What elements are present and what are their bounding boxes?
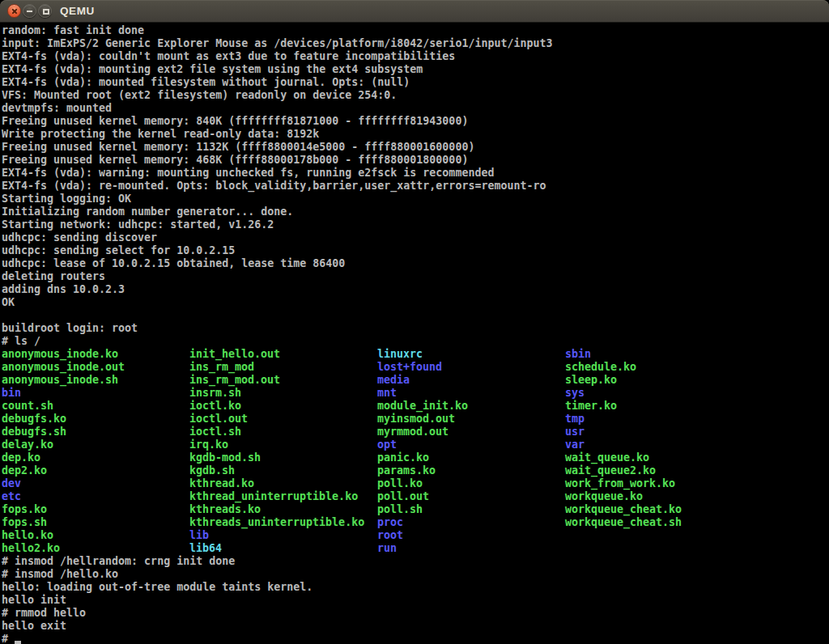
empty-cell bbox=[565, 529, 753, 542]
directory-entry: proc bbox=[377, 516, 565, 529]
console-line: udhcpc: sending discover bbox=[2, 231, 829, 244]
prompt-line: # bbox=[2, 633, 829, 644]
file-entry: ins_rm_mod.out bbox=[189, 374, 377, 387]
console-line: Freeing unused kernel memory: 840K (ffff… bbox=[2, 115, 829, 128]
ls-row: etckthread_uninterruptible.kopoll.outwor… bbox=[2, 490, 829, 503]
file-entry: schedule.ko bbox=[565, 361, 753, 374]
maximize-icon bbox=[43, 9, 49, 15]
symlink-entry: lib64 bbox=[189, 542, 377, 555]
file-entry: dep.ko bbox=[2, 451, 189, 464]
file-entry: workqueue_cheat.ko bbox=[565, 503, 753, 516]
ls-row: hello.kolibroot bbox=[2, 529, 829, 542]
directory-entry: tmp bbox=[565, 413, 753, 426]
file-entry: dep2.ko bbox=[2, 464, 189, 477]
file-entry: anonymous_inode.sh bbox=[2, 374, 189, 387]
console-line: Initializing random number generator... … bbox=[2, 205, 829, 218]
file-entry: kgdb.sh bbox=[189, 464, 377, 477]
console-line: Write protecting the kernel read-only da… bbox=[2, 128, 829, 141]
console-line: hello exit bbox=[2, 620, 829, 633]
cursor bbox=[15, 641, 21, 644]
file-entry: sleep.ko bbox=[565, 374, 753, 387]
directory-entry: opt bbox=[377, 439, 565, 451]
file-entry: fops.ko bbox=[2, 503, 189, 516]
file-entry: anonymous_inode.ko bbox=[2, 348, 189, 361]
console-line: EXT4-fs (vda): mounting ext2 file system… bbox=[2, 63, 829, 76]
console-line: Starting logging: OK bbox=[2, 193, 829, 205]
file-entry: ioctl.sh bbox=[189, 426, 377, 439]
ls-row: anonymous_inode.koinit_hello.outlinuxrcs… bbox=[2, 348, 829, 361]
console-line: EXT4-fs (vda): couldn't mount as ext3 du… bbox=[2, 50, 829, 63]
ls-row: fops.shkthreads_uninterruptible.koprocwo… bbox=[2, 516, 829, 529]
file-entry: kthread_uninterruptible.ko bbox=[189, 490, 377, 503]
file-entry: irq.ko bbox=[189, 439, 377, 451]
file-entry: panic.ko bbox=[377, 451, 565, 464]
console-line: udhcpc: lease of 10.0.2.15 obtained, lea… bbox=[2, 257, 829, 270]
file-entry: work_from_work.ko bbox=[565, 477, 753, 490]
minimize-button[interactable] bbox=[23, 4, 36, 18]
directory-entry: lost+found bbox=[377, 361, 565, 374]
console-line: EXT4-fs (vda): warning: mounting uncheck… bbox=[2, 167, 829, 180]
ls-row: devkthread.kopoll.kowork_from_work.ko bbox=[2, 477, 829, 490]
console-line: adding dns 10.0.2.3 bbox=[2, 283, 829, 296]
ls-row: dep2.kokgdb.shparams.kowait_queue2.ko bbox=[2, 464, 829, 477]
console-line: deleting routers bbox=[2, 270, 829, 283]
close-button[interactable] bbox=[7, 4, 21, 18]
file-entry: kgdb-mod.sh bbox=[189, 451, 377, 464]
ls-row: bininsrm.shmntsys bbox=[2, 387, 829, 400]
directory-entry: dev bbox=[2, 477, 189, 490]
file-entry: delay.ko bbox=[2, 439, 189, 451]
file-entry: hello.ko bbox=[2, 529, 189, 542]
maximize-button[interactable] bbox=[38, 4, 52, 18]
console-line: udhcpc: sending select for 10.0.2.15 bbox=[2, 244, 829, 257]
file-entry: debugfs.ko bbox=[2, 413, 189, 426]
console-line: # ls / bbox=[2, 335, 829, 348]
file-entry: kthread.ko bbox=[189, 477, 377, 490]
file-entry: timer.ko bbox=[565, 400, 753, 413]
directory-entry: root bbox=[377, 529, 565, 542]
console-line: # insmod /hellrandom: crng init done bbox=[2, 555, 829, 568]
ls-row: anonymous_inode.shins_rm_mod.outmediasle… bbox=[2, 374, 829, 387]
empty-cell bbox=[565, 542, 753, 555]
window-title: QEMU bbox=[60, 0, 95, 23]
file-entry: workqueue.ko bbox=[565, 490, 753, 503]
ls-row: hello2.kolib64run bbox=[2, 542, 829, 555]
console-line: random: fast init done bbox=[2, 24, 829, 37]
file-entry: workqueue_cheat.sh bbox=[565, 516, 753, 529]
directory-entry: mnt bbox=[377, 387, 565, 400]
console-line: EXT4-fs (vda): re-mounted. Opts: block_v… bbox=[2, 180, 829, 193]
file-entry: kthreads.ko bbox=[189, 503, 377, 516]
file-entry: ins_rm_mod bbox=[189, 361, 377, 374]
ls-row: fops.kokthreads.kopoll.shworkqueue_cheat… bbox=[2, 503, 829, 516]
console-line: devtmpfs: mounted bbox=[2, 102, 829, 115]
console-line: EXT4-fs (vda): mounted filesystem withou… bbox=[2, 76, 829, 89]
file-entry: init_hello.out bbox=[189, 348, 377, 361]
ls-row: count.shioctl.komodule_init.kotimer.ko bbox=[2, 400, 829, 413]
file-entry: count.sh bbox=[2, 400, 189, 413]
ls-row: debugfs.shioctl.shmyrmmod.outusr bbox=[2, 426, 829, 439]
console-line: # insmod /hello.ko bbox=[2, 568, 829, 581]
titlebar[interactable]: QEMU bbox=[0, 0, 829, 23]
file-entry: params.ko bbox=[377, 464, 565, 477]
console-line bbox=[2, 309, 829, 322]
console-line: hello init bbox=[2, 594, 829, 607]
file-entry: module_init.ko bbox=[377, 400, 565, 413]
ls-row: debugfs.koioctl.outmyinsmod.outtmp bbox=[2, 413, 829, 426]
symlink-entry: linuxrc bbox=[377, 348, 565, 361]
console-line: Starting network: udhcpc: started, v1.26… bbox=[2, 218, 829, 231]
directory-entry: media bbox=[377, 374, 565, 387]
file-entry: poll.out bbox=[377, 490, 565, 503]
file-entry: kthreads_uninterruptible.ko bbox=[189, 516, 377, 529]
file-entry: insrm.sh bbox=[189, 387, 377, 400]
console-line: Freeing unused kernel memory: 1132K (fff… bbox=[2, 141, 829, 154]
file-entry: ioctl.out bbox=[189, 413, 377, 426]
console-output[interactable]: random: fast init doneinput: ImExPS/2 Ge… bbox=[0, 23, 829, 644]
directory-entry: etc bbox=[2, 490, 189, 503]
console-line: Freeing unused kernel memory: 468K (ffff… bbox=[2, 154, 829, 167]
console-line: # rmmod hello bbox=[2, 607, 829, 620]
file-entry: myinsmod.out bbox=[377, 413, 565, 426]
ls-row: dep.kokgdb-mod.shpanic.kowait_queue.ko bbox=[2, 451, 829, 464]
console-line: OK bbox=[2, 296, 829, 309]
file-entry: wait_queue2.ko bbox=[565, 464, 753, 477]
console-line: hello: loading out-of-tree module taints… bbox=[2, 581, 829, 594]
file-entry: myrmmod.out bbox=[377, 426, 565, 439]
